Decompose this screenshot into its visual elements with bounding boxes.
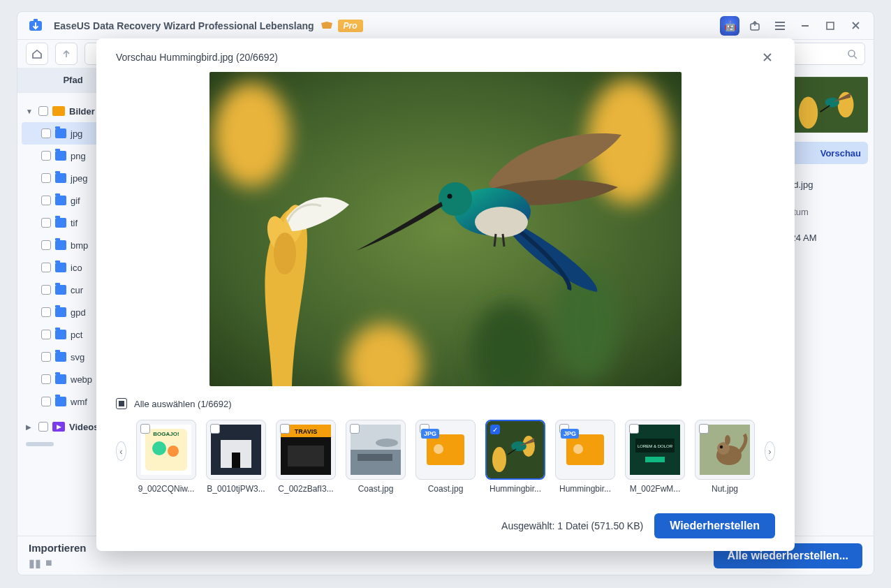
share-icon[interactable] [745,16,765,36]
checkbox[interactable] [41,352,51,362]
dialog-title: Vorschau Hummingbird.jpg (20/6692) [116,52,278,63]
thumbnail-item[interactable]: Nut.jpg [695,420,755,494]
app-icon [26,16,45,36]
folder-icon [55,263,66,272]
folder-icon [55,330,66,339]
thumbnail-caption: Nut.jpg [695,484,755,494]
thumbnail-item[interactable]: LOREM & DOLOR M_002FwM... [625,420,685,494]
selected-summary: Ausgewählt: 1 Datei (571.50 KB) [501,520,643,531]
svg-rect-45 [645,457,665,462]
preview-button[interactable]: Vorschau [788,142,868,164]
folder-icon [55,374,66,384]
next-thumb-button[interactable]: › [765,441,775,461]
checkbox[interactable] [41,285,51,295]
svg-point-25 [168,446,179,457]
checkbox[interactable] [41,307,51,317]
checkbox[interactable] [41,263,51,272]
stop-icon[interactable]: ■ [45,557,52,570]
select-all-checkbox[interactable] [116,398,127,409]
tree-label: png [71,151,86,161]
dialog-close-button[interactable] [760,50,775,65]
thumbnail-item[interactable]: Coast.jpg [346,420,406,494]
thumbnail-caption: C_002zBafI3... [276,484,336,494]
checkbox[interactable] [41,218,51,228]
svg-point-10 [213,82,290,187]
tree-label: webp [71,374,92,385]
checkbox[interactable] [41,330,51,339]
checkbox[interactable] [38,106,48,116]
tree-scrollbar[interactable] [26,442,54,446]
up-button[interactable] [55,43,78,65]
checkbox[interactable] [41,240,51,250]
checkbox[interactable] [38,422,48,432]
folder-icon [55,218,66,228]
home-button[interactable] [26,43,48,65]
preview-thumbnail [788,75,868,135]
folder-icon [55,196,66,205]
svg-text:LOREM & DOLOR: LOREM & DOLOR [638,444,673,448]
folder-icon [55,397,66,406]
folder-icon [55,285,66,295]
thumbnail-caption: Coast.jpg [415,484,476,494]
thumbnail-item[interactable]: TRAVIS C_002zBafI3... [276,420,336,494]
checkbox[interactable] [41,397,51,406]
tree-label: gif [71,196,80,206]
app-title: EaseUS Data Recovery Wizard Professional… [54,20,314,31]
thumbnail-strip: BOGAJO! 9_002CQNiw... B_0010tjPW3... TRA… [136,420,755,494]
checkbox[interactable] [41,374,51,384]
thumb-checkbox[interactable] [629,424,639,434]
tree-label: jpg [71,128,82,139]
menu-icon[interactable] [770,16,790,36]
image-category-icon [52,106,65,116]
svg-point-50 [725,435,730,445]
assistant-icon[interactable]: 🤖 [720,16,739,36]
tree-label: ico [71,263,82,273]
thumb-checkbox[interactable]: ✓ [490,425,500,434]
svg-text:TRAVIS: TRAVIS [295,428,317,435]
folder-icon [55,352,66,362]
detail-date-value: :24 AM [788,233,868,243]
checkbox[interactable] [41,128,51,138]
thumbnail-caption: B_0010tjPW3... [206,484,266,494]
thumb-checkbox[interactable] [140,424,150,434]
tree-label: jpeg [71,173,88,184]
svg-rect-1 [34,19,38,22]
tree-label: pct [71,330,82,340]
thumbnail-item[interactable]: B_0010tjPW3... [206,420,266,494]
thumbnail-item[interactable]: ✓ Hummingbir... [485,420,545,494]
folder-icon [55,173,66,183]
minimize-icon[interactable] [795,16,815,36]
checkbox[interactable] [41,196,51,205]
tree-label: wmf [71,397,87,407]
svg-point-49 [720,446,723,448]
recover-button[interactable]: Wiederherstellen [654,513,775,538]
checkbox[interactable] [41,151,51,161]
svg-point-24 [152,441,166,455]
thumb-checkbox[interactable] [350,424,360,434]
thumbnail-item[interactable]: Coast.jpg [415,420,476,494]
thumb-checkbox[interactable] [699,424,709,434]
tree-label: Videos [69,422,98,432]
thumbnail-item[interactable]: BOGAJO! 9_002CQNiw... [136,420,196,494]
tree-label: tif [71,218,78,228]
thumbnail-item[interactable]: Hummingbir... [555,420,615,494]
pause-icon[interactable]: ▮▮ [29,557,41,570]
checkbox[interactable] [41,173,51,183]
svg-point-39 [492,447,506,472]
svg-rect-35 [351,450,401,475]
thumbnail-caption: M_002FwM... [625,484,685,494]
svg-point-17 [274,233,296,274]
svg-rect-36 [358,454,392,461]
import-button[interactable]: Importieren [29,542,87,554]
folder-icon [55,151,66,161]
prev-thumb-button[interactable]: ‹ [116,441,126,461]
preview-dialog: Vorschau Hummingbird.jpg (20/6692) [96,38,795,551]
svg-rect-33 [288,446,324,466]
maximize-icon[interactable] [820,16,840,36]
detail-date-label: atum [788,207,868,217]
thumb-checkbox[interactable] [210,424,220,434]
thumb-checkbox[interactable] [280,424,290,434]
close-icon[interactable] [846,16,865,36]
tree-label: cur [71,285,83,295]
svg-point-19 [475,207,528,237]
